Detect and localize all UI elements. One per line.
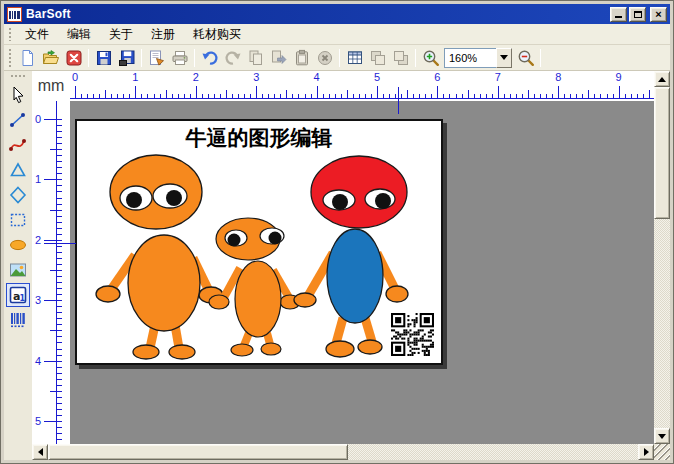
menu-register[interactable]: 注册: [142, 24, 184, 45]
close-file-button[interactable]: [62, 47, 85, 69]
qr-code[interactable]: [391, 313, 434, 356]
zoom-level-input[interactable]: [444, 48, 496, 68]
open-file-button[interactable]: [39, 47, 62, 69]
vertical-scrollbar[interactable]: [654, 71, 670, 444]
scroll-up-button[interactable]: [654, 71, 670, 87]
figure-middle-orange[interactable]: [209, 218, 300, 356]
tool-curve[interactable]: [6, 133, 30, 157]
h-ruler-number: 0: [72, 71, 78, 83]
tool-palette-grip[interactable]: [10, 74, 26, 78]
horizontal-scrollbar[interactable]: [32, 444, 670, 460]
tool-rectangle[interactable]: [6, 208, 30, 232]
figure1-hand-left[interactable]: [96, 286, 120, 302]
h-ruler-number: 2: [193, 71, 199, 83]
ruler-tick: [389, 94, 390, 99]
menu-about[interactable]: 关于: [100, 24, 142, 45]
zoom-in-button[interactable]: [419, 47, 442, 69]
ruler-tick: [413, 94, 414, 99]
figure3-foot-right[interactable]: [358, 340, 382, 354]
horizontal-scrollbar-track[interactable]: [348, 444, 638, 460]
figure3-hand-right[interactable]: [386, 286, 408, 302]
new-document-button[interactable]: [16, 47, 39, 69]
toolbar-grip[interactable]: [8, 48, 12, 67]
zoom-dropdown-button[interactable]: [496, 48, 512, 68]
design-canvas[interactable]: 牛逼的图形编辑: [70, 101, 654, 444]
ruler-tick: [329, 94, 330, 99]
ruler-tick: [56, 336, 62, 337]
vertical-scrollbar-thumb[interactable]: [654, 87, 670, 219]
tool-line[interactable]: [6, 108, 30, 132]
v-ruler: 012345: [32, 101, 70, 444]
figure2-foot-left[interactable]: [231, 344, 253, 356]
tool-image[interactable]: [6, 258, 30, 282]
ruler-tick: [244, 94, 245, 99]
scroll-left-button[interactable]: [32, 444, 48, 460]
save-file-button[interactable]: [92, 47, 115, 69]
ruler-tick: [56, 167, 62, 168]
design-label-canvas[interactable]: 牛逼的图形编辑: [75, 119, 443, 365]
menu-file[interactable]: 文件: [16, 24, 58, 45]
page-setup-button[interactable]: [145, 47, 168, 69]
scroll-right-button[interactable]: [638, 444, 654, 460]
ruler-tick: [552, 94, 553, 99]
send-to-back-button: [389, 47, 412, 69]
tool-triangle[interactable]: [6, 158, 30, 182]
tool-ellipse[interactable]: [6, 233, 30, 257]
ruler-tick: [377, 86, 378, 99]
ruler-tick: [44, 421, 62, 422]
h-ruler-number: 3: [253, 71, 259, 83]
scroll-down-button[interactable]: [654, 428, 670, 444]
horizontal-scrollbar-thumb[interactable]: [48, 444, 348, 460]
close-button[interactable]: ×: [650, 7, 667, 22]
tool-select[interactable]: [6, 83, 30, 107]
figure1-body[interactable]: [128, 235, 200, 331]
tool-barcode[interactable]: [6, 308, 30, 332]
ruler-tick: [75, 86, 76, 99]
minimize-icon: [615, 16, 622, 18]
maximize-button[interactable]: [629, 7, 646, 22]
ruler-tick: [50, 330, 62, 331]
vertical-scrollbar-track[interactable]: [654, 219, 670, 428]
h-ruler-number: 5: [374, 71, 380, 83]
minimize-button[interactable]: [610, 7, 627, 22]
tool-text[interactable]: a 1: [6, 283, 30, 307]
app-icon-barcode[interactable]: [7, 7, 22, 22]
ruler-tick: [619, 86, 620, 99]
figure2-hand-left[interactable]: [209, 295, 229, 309]
bring-to-front-icon: [369, 49, 387, 67]
ruler-tick: [105, 90, 106, 99]
figure1-foot-right[interactable]: [169, 345, 195, 359]
figure3-foot-left[interactable]: [326, 341, 354, 357]
figure-left-orange[interactable]: [96, 155, 223, 359]
save-as-button[interactable]: [115, 47, 138, 69]
print-button[interactable]: [168, 47, 191, 69]
resize-grip[interactable]: [654, 444, 670, 460]
ruler-tick: [129, 94, 130, 99]
ruler-tick: [317, 86, 318, 99]
ruler-tick: [44, 179, 62, 180]
figure1-foot-left[interactable]: [133, 345, 159, 359]
grid-settings-button[interactable]: [343, 47, 366, 69]
undo-button[interactable]: [198, 47, 221, 69]
zoom-in-icon: [422, 49, 440, 67]
menu-edit[interactable]: 编辑: [58, 24, 100, 45]
ruler-tick: [268, 94, 269, 99]
figure3-head[interactable]: [311, 156, 407, 228]
ruler-tick: [613, 94, 614, 99]
arrow-left-icon: [38, 448, 43, 456]
ruler-tick: [81, 94, 82, 99]
figure2-body[interactable]: [235, 261, 281, 337]
tool-diamond[interactable]: [6, 183, 30, 207]
figure3-body[interactable]: [327, 229, 383, 323]
ruler-tick: [305, 94, 306, 99]
figure3-hand-left[interactable]: [294, 293, 316, 307]
barcode-icon: [8, 310, 28, 330]
menu-supplies[interactable]: 耗材购买: [184, 24, 250, 45]
ruler-tick: [56, 385, 62, 386]
menubar-grip[interactable]: [8, 27, 12, 41]
figure2-foot-right[interactable]: [261, 343, 281, 355]
h-ruler-number: 8: [555, 71, 561, 83]
label-title-text[interactable]: 牛逼的图形编辑: [77, 124, 441, 152]
ruler-tick: [480, 94, 481, 99]
zoom-out-button[interactable]: [514, 47, 537, 69]
